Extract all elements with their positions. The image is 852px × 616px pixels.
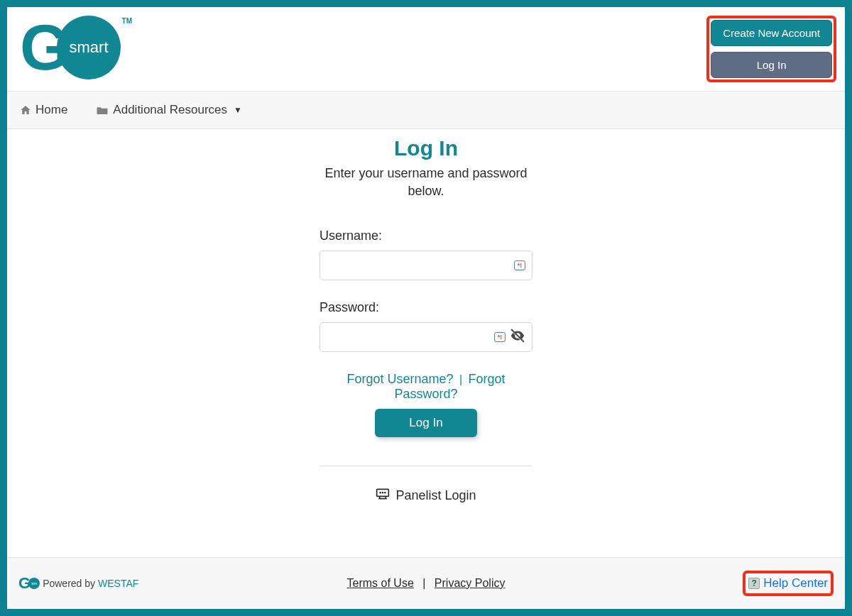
home-icon (20, 104, 31, 116)
toggle-password-visibility-icon[interactable] (510, 328, 525, 346)
page-subtitle: Enter your username and password below. (323, 165, 529, 200)
panelist-icon (376, 488, 390, 504)
nav-additional-resources[interactable]: Additional Resources ▼ (96, 103, 242, 117)
caret-down-icon: ▼ (234, 105, 242, 115)
panelist-login-link[interactable]: Panelist Login (21, 488, 831, 504)
svg-point-1 (380, 492, 382, 494)
privacy-policy-link[interactable]: Privacy Policy (435, 577, 506, 589)
panelist-login-label: Panelist Login (395, 488, 476, 503)
logo[interactable]: G smart TM (20, 16, 121, 79)
help-center-link[interactable]: Help Center (763, 576, 828, 590)
required-badge-icon: *! (494, 332, 506, 342)
login-links: Forgot Username? | Forgot Password? (320, 372, 532, 402)
header: G smart TM Create New Account Log In (7, 7, 845, 91)
nav-home[interactable]: Home (20, 103, 67, 117)
nav-home-label: Home (36, 103, 67, 117)
create-new-account-button[interactable]: Create New Account (711, 20, 832, 46)
footer-divider: | (422, 577, 425, 589)
main-content: Log In Enter your username and password … (7, 129, 845, 518)
powered-by-text: Powered by (43, 578, 95, 589)
help-center-highlight: ? Help Center (743, 571, 834, 596)
header-buttons-highlight: Create New Account Log In (706, 16, 836, 82)
logo-tm: TM (122, 17, 132, 25)
svg-point-2 (382, 492, 384, 494)
help-icon: ? (748, 578, 760, 589)
footer-left: G sm Powered by WESTAF (18, 574, 138, 593)
login-header-button[interactable]: Log In (711, 52, 832, 78)
footer-logo: G sm (18, 574, 40, 593)
westaf-link[interactable]: WESTAF (98, 578, 138, 589)
footer-center: Terms of Use | Privacy Policy (347, 577, 506, 590)
nav-additional-resources-label: Additional Resources (113, 103, 227, 117)
required-badge-icon: *! (514, 260, 525, 270)
logo-smart-text: smart (70, 38, 109, 57)
terms-of-use-link[interactable]: Terms of Use (347, 577, 414, 589)
svg-point-3 (385, 492, 387, 494)
login-form: Username: *! Password: *! Forgot Usernam… (320, 229, 532, 437)
username-label: Username: (320, 229, 532, 243)
forgot-username-link[interactable]: Forgot Username? (346, 372, 453, 386)
footer: G sm Powered by WESTAF Terms of Use | Pr… (7, 557, 845, 609)
link-divider: | (459, 373, 462, 385)
divider-line (320, 466, 532, 466)
username-input[interactable] (320, 251, 532, 280)
folder-icon (96, 104, 109, 116)
login-submit-button[interactable]: Log In (375, 409, 476, 437)
page-title: Log In (21, 136, 831, 160)
footer-logo-circle: sm (28, 578, 40, 589)
logo-circle: smart TM (57, 16, 121, 79)
password-label: Password: (320, 300, 532, 315)
navbar: Home Additional Resources ▼ (7, 91, 845, 129)
